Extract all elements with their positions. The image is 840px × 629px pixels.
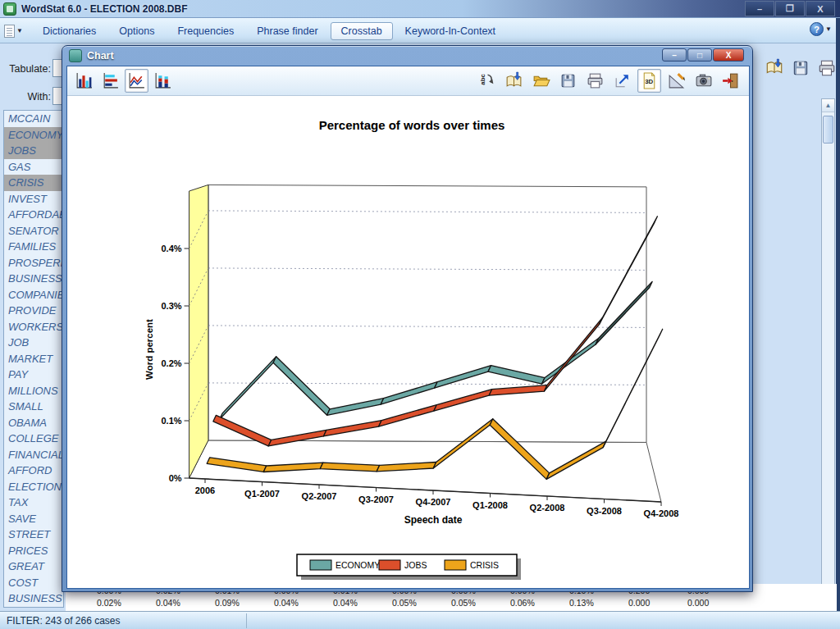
vertical-scrollbar[interactable]: ▲ ▼ [821,98,835,608]
svg-text:CRISIS: CRISIS [470,560,499,570]
word-list-item[interactable]: MARKET [4,351,63,367]
word-list-item[interactable]: WORKERS [4,319,63,335]
word-list-item[interactable]: GAS [4,159,63,175]
word-list-item[interactable]: SAVE [4,511,63,527]
help-question-icon: ? [810,22,824,36]
save-icon[interactable] [556,69,580,93]
word-list-item[interactable]: FINANCIAL [4,447,63,463]
word-list-item[interactable]: FAMILIES [4,239,63,255]
menu-item-crosstab[interactable]: Crosstab [331,22,393,40]
word-list-item[interactable]: AFFORDABLE [4,207,63,223]
word-list-item[interactable]: ECONOMY [4,127,63,144]
exit-icon[interactable] [719,69,742,93]
svg-text:Q3-2007: Q3-2007 [358,495,394,504]
close-button[interactable]: X [806,1,835,16]
report-book-icon[interactable] [764,57,785,79]
dialog-close-button[interactable]: X [713,48,744,62]
line-chart-icon[interactable] [125,69,148,93]
svg-text:Word percent: Word percent [144,319,154,380]
svg-text:abc: abc [479,74,486,85]
word-list[interactable]: MCCAINECONOMYJOBSGASCRISISINVESTAFFORDAB… [3,110,64,608]
chart-window-icon [69,49,82,62]
stacked-bar-chart-icon[interactable] [151,69,175,93]
chevron-down-icon: ▼ [16,27,23,34]
horizontal-bar-chart-icon[interactable] [98,69,122,93]
word-list-item[interactable]: BUSINESS [4,271,63,287]
camera-icon[interactable] [692,69,715,93]
menu-item-options[interactable]: Options [108,22,165,40]
dialog-titlebar[interactable]: Chart – □ X [62,46,752,66]
svg-text:ECONOMY: ECONOMY [336,560,380,570]
word-list-item[interactable]: PROVIDE [4,303,63,319]
dialog-title: Chart [87,50,114,62]
menu-item-dictionaries[interactable]: Dictionaries [32,22,107,40]
svg-text:Percentage of words over times: Percentage of words over times [319,118,505,132]
save-icon [791,58,810,78]
scroll-up-arrow[interactable]: ▲ [822,99,834,112]
rotate-text-icon[interactable]: abc [475,69,499,93]
help-button[interactable]: ? ▼ [810,22,832,36]
dialog-maximize-button[interactable]: □ [687,48,712,62]
scrollbar-thumb[interactable] [823,116,833,144]
chevron-down-icon: ▼ [825,25,832,33]
vertical-bar-chart-icon[interactable] [72,69,96,93]
import-book-icon[interactable] [502,69,526,93]
svg-text:2006: 2006 [195,485,215,495]
table-cell: 0.000 [628,598,650,608]
save-icon[interactable] [790,57,811,79]
menubar: ▼ DictionariesOptionsFrequenciesPhrase f… [0,18,840,43]
svg-text:Q4-2007: Q4-2007 [416,497,451,507]
menu-item-frequencies[interactable]: Frequencies [167,22,244,40]
word-list-item[interactable]: GREAT [4,558,63,575]
tabulate-label: Tabulate: [5,63,51,75]
print-icon[interactable] [583,69,607,93]
statusbar-divider [246,613,247,628]
word-list-item[interactable]: ELECTION [4,479,63,495]
word-list-item[interactable]: MCCAIN [4,111,63,127]
table-cell: 0.000 [687,598,709,608]
export-icon[interactable] [610,69,634,93]
word-list-item[interactable]: PROSPERITY [4,255,63,271]
menu-item-phrase-finder[interactable]: Phrase finder [246,22,328,40]
minimize-button[interactable]: – [745,1,774,16]
word-list-item[interactable]: COMPANIES [4,287,63,303]
word-list-item[interactable]: PRICES [4,543,63,559]
print-icon[interactable] [816,57,838,79]
word-list-item[interactable]: COLLEGE [4,431,63,447]
open-folder-icon[interactable] [529,69,553,93]
document-icon [4,25,15,38]
menu-items: DictionariesOptionsFrequenciesPhrase fin… [31,18,507,43]
word-list-item[interactable]: TAX [4,495,63,511]
word-list-item[interactable]: SENATOR [4,223,63,239]
window-border [836,18,840,625]
restore-button[interactable]: ❐ [775,1,805,16]
3d-view-icon[interactable]: 3D [637,69,661,93]
menu-item-keyword-in-context[interactable]: Keyword-In-Context [395,22,506,40]
word-list-item[interactable]: AFFORD [4,463,63,479]
svg-text:Q2-2008: Q2-2008 [530,503,565,513]
main-titlebar: WordStat 6.0 - ELECTION 2008.DBF – ❐ X [0,0,840,18]
chart-toolbar: abc [67,66,749,96]
app-icon [3,2,16,16]
word-list-item[interactable]: JOBS [4,143,63,159]
table-cell: 0.05% [392,598,417,608]
word-list-item[interactable]: PAY [4,367,63,383]
dialog-minimize-button[interactable]: – [662,48,687,62]
table-cell: 0.09% [215,598,240,608]
word-list-item[interactable]: OBAMA [4,415,63,431]
word-list-item[interactable]: STREET [4,526,63,543]
svg-text:0.1%: 0.1% [161,416,181,426]
svg-text:JOBS: JOBS [404,560,427,570]
word-list-item[interactable]: BUSINESS [4,590,63,607]
3d-line-chart: 0%0.1%0.2%0.3%0.4%2006Q1-2007Q2-2007Q3-2… [74,103,746,587]
word-list-item[interactable]: INVEST [4,191,63,207]
word-list-item[interactable]: COST [4,575,63,591]
word-list-item[interactable]: JOB [4,335,63,351]
table-cell: 0.05% [451,598,476,608]
edit-axes-icon[interactable] [664,69,688,93]
menu-tool-button[interactable]: ▼ [4,21,27,40]
word-list-item[interactable]: CRISIS [4,175,63,191]
word-list-item[interactable]: MILLIONS [4,383,63,399]
svg-text:Q1-2007: Q1-2007 [244,489,280,499]
word-list-item[interactable]: SMALL [4,399,63,415]
